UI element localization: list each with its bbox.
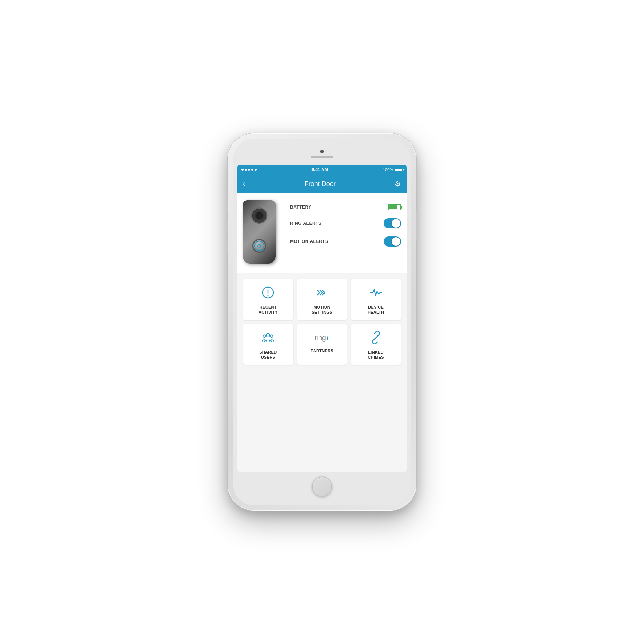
svg-line-6 bbox=[374, 336, 378, 339]
signal-dot-5 bbox=[255, 169, 257, 171]
battery-green-icon bbox=[388, 204, 401, 210]
signal-dot-1 bbox=[242, 169, 244, 171]
motion-alerts-row: MOTION ALERTS bbox=[290, 236, 401, 247]
grid-item-device-health[interactable]: DEVICEHEALTH bbox=[351, 279, 401, 320]
screen: 9:41 AM 100% ‹ Front Door ⚙ bbox=[237, 165, 407, 472]
motion-settings-icon bbox=[315, 286, 329, 301]
battery-label: BATTERY bbox=[290, 205, 311, 210]
svg-point-4 bbox=[263, 335, 266, 337]
motion-alerts-knob bbox=[392, 237, 400, 246]
status-battery: 100% bbox=[383, 168, 402, 172]
battery-green-fill bbox=[389, 205, 397, 209]
svg-point-3 bbox=[266, 333, 270, 337]
settings-button[interactable]: ⚙ bbox=[395, 179, 401, 188]
signal-dot-3 bbox=[248, 169, 250, 171]
phone-top bbox=[237, 143, 407, 165]
svg-point-2 bbox=[268, 295, 269, 296]
ring-alerts-label: RING ALERTS bbox=[290, 221, 321, 226]
doorbell-camera bbox=[251, 207, 268, 224]
grid-item-partners[interactable]: ring+ PARTNERS bbox=[297, 324, 347, 365]
grid-section: RECENTACTIVITY bbox=[237, 273, 407, 371]
motion-settings-label: MOTIONSETTINGS bbox=[311, 305, 332, 315]
signal-dots bbox=[242, 169, 257, 171]
phone-inner: 9:41 AM 100% ‹ Front Door ⚙ bbox=[233, 139, 411, 505]
grid-item-recent-activity[interactable]: RECENTACTIVITY bbox=[243, 279, 293, 320]
speaker bbox=[311, 156, 333, 158]
phone-frame: 9:41 AM 100% ‹ Front Door ⚙ bbox=[228, 133, 416, 511]
shared-users-label: SHAREDUSERS bbox=[259, 350, 277, 360]
shared-users-icon bbox=[261, 331, 274, 346]
nav-bar: ‹ Front Door ⚙ bbox=[237, 175, 407, 193]
status-bar: 9:41 AM 100% bbox=[237, 165, 407, 175]
home-button[interactable] bbox=[312, 476, 332, 497]
doorbell-body bbox=[243, 200, 276, 264]
recent-activity-icon bbox=[261, 286, 274, 301]
device-health-icon bbox=[370, 286, 383, 301]
motion-alerts-toggle[interactable] bbox=[384, 236, 401, 247]
signal-dot-2 bbox=[245, 169, 247, 171]
linked-chimes-icon bbox=[370, 331, 383, 346]
recent-activity-label: RECENTACTIVITY bbox=[259, 305, 278, 315]
camera bbox=[320, 150, 324, 153]
main-content: BATTERY RING ALERTS bbox=[237, 193, 407, 472]
grid-item-shared-users[interactable]: SHAREDUSERS bbox=[243, 324, 293, 365]
device-info: BATTERY RING ALERTS bbox=[290, 200, 401, 247]
doorbell-ring bbox=[254, 241, 264, 251]
motion-alerts-label: MOTION ALERTS bbox=[290, 239, 328, 244]
battery-icon bbox=[395, 168, 402, 172]
doorbell-ring-inner bbox=[257, 244, 261, 248]
battery-fill bbox=[395, 169, 402, 171]
svg-point-5 bbox=[271, 335, 273, 337]
grid-row-2: SHAREDUSERS ring+ PARTNERS bbox=[243, 324, 401, 365]
battery-percent: 100% bbox=[383, 168, 393, 172]
phone-bottom bbox=[237, 472, 407, 501]
battery-row: BATTERY bbox=[290, 204, 401, 210]
signal-dot-4 bbox=[251, 169, 253, 171]
grid-item-motion-settings[interactable]: MOTIONSETTINGS bbox=[297, 279, 347, 320]
device-section: BATTERY RING ALERTS bbox=[237, 193, 407, 273]
page-title: Front Door bbox=[305, 180, 336, 188]
ring-alerts-knob bbox=[392, 219, 400, 228]
partners-icon: ring+ bbox=[315, 331, 329, 344]
partners-label: PARTNERS bbox=[311, 348, 333, 353]
ring-alerts-toggle[interactable] bbox=[384, 218, 401, 228]
grid-item-linked-chimes[interactable]: LINKEDCHIMES bbox=[351, 324, 401, 365]
grid-row-1: RECENTACTIVITY bbox=[243, 279, 401, 320]
back-button[interactable]: ‹ bbox=[243, 179, 245, 189]
status-time: 9:41 AM bbox=[311, 167, 328, 172]
doorbell-image bbox=[243, 200, 283, 265]
doorbell-button bbox=[252, 239, 266, 253]
device-health-label: DEVICEHEALTH bbox=[368, 305, 384, 315]
linked-chimes-label: LINKEDCHIMES bbox=[368, 350, 384, 360]
ring-alerts-row: RING ALERTS bbox=[290, 218, 401, 228]
